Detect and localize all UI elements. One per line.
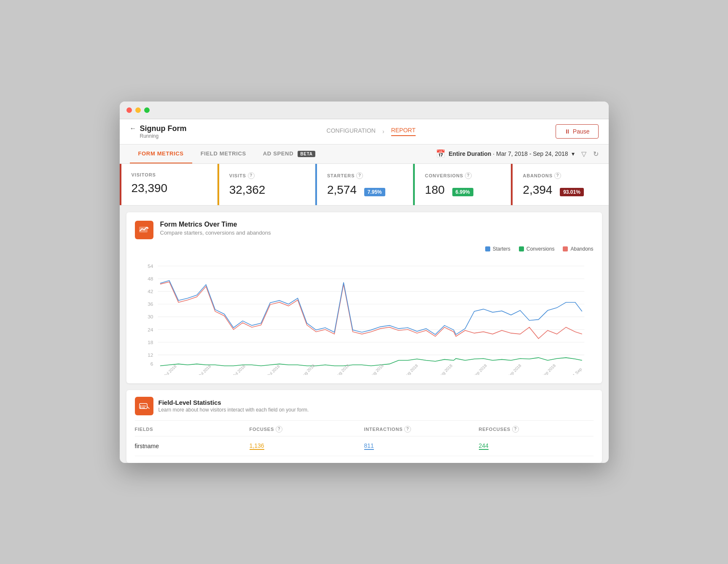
focuses-help-icon[interactable]: ? <box>276 426 282 433</box>
legend-abandons-dot <box>563 246 568 251</box>
col-refocuses: REFOCUSES ? <box>479 426 594 433</box>
header-nav: CONFIGURATION › REPORT <box>327 127 416 136</box>
starters-pct: 7.95% <box>364 188 385 196</box>
svg-point-34 <box>140 407 141 408</box>
svg-text:16 Aug 2018: 16 Aug 2018 <box>365 363 384 375</box>
abandons-value: 2,394 93.01% <box>523 183 598 197</box>
abandons-help-icon[interactable]: ? <box>554 172 561 179</box>
svg-text:12: 12 <box>148 352 153 358</box>
starters-help-icon[interactable]: ? <box>356 172 363 179</box>
tabs-right: 📅 Entire Duration · Mar 7, 2018 - Sep 24… <box>436 149 598 158</box>
legend-conversions-dot <box>519 246 524 251</box>
svg-text:21 Sep: 21 Sep <box>570 366 583 374</box>
status-badge: Running <box>140 133 187 139</box>
nav-configuration[interactable]: CONFIGURATION <box>327 127 376 136</box>
svg-text:15 Sep 2018: 15 Sep 2018 <box>537 363 556 375</box>
field-stats-header: Field-Level Statistics Learn more about … <box>135 397 594 415</box>
back-arrow-icon[interactable]: ← <box>130 125 137 132</box>
tab-ad-spend[interactable]: AD SPEND BETA <box>255 144 324 163</box>
title-bar <box>120 102 609 119</box>
chevron-down-icon: ▾ <box>572 150 575 157</box>
refresh-icon[interactable]: ↻ <box>593 150 599 158</box>
starters-value: 2,574 7.95% <box>327 183 403 197</box>
visits-help-icon[interactable]: ? <box>248 172 255 179</box>
field-name: firstname <box>135 443 250 449</box>
table-row: firstname 1,136 811 244 <box>135 436 594 456</box>
metric-abandons: ABANDONS ? 2,394 93.01% <box>511 164 608 205</box>
nav-report[interactable]: REPORT <box>391 127 416 136</box>
svg-text:09 Sep 2018: 09 Sep 2018 <box>502 363 522 375</box>
svg-text:54: 54 <box>148 263 153 269</box>
beta-badge: BETA <box>298 151 315 157</box>
filter-icon[interactable]: ▽ <box>581 150 586 158</box>
pause-button[interactable]: ⏸ Pause <box>556 124 599 139</box>
svg-point-33 <box>140 405 141 406</box>
tab-field-metrics[interactable]: FIELD METRICS <box>192 144 255 163</box>
interactions-help-icon[interactable]: ? <box>404 426 411 433</box>
app-title: Signup Form <box>140 124 187 133</box>
metric-visitors: VISITORS 23,390 <box>120 164 218 205</box>
abandons-label: ABANDONS ? <box>523 172 598 179</box>
header-left: ← Signup Form Running <box>130 124 187 139</box>
visitors-label: VISITORS <box>132 172 207 177</box>
field-stats-section: Field-Level Statistics Learn more about … <box>126 390 602 463</box>
svg-text:48: 48 <box>148 276 153 282</box>
svg-text:6: 6 <box>150 361 153 367</box>
svg-text:17 Jul 2018: 17 Jul 2018 <box>193 364 212 374</box>
svg-text:22 Aug 2018: 22 Aug 2018 <box>399 363 419 375</box>
field-refocuses: 244 <box>479 442 594 450</box>
conversions-value: 180 6.99% <box>425 183 500 197</box>
chart-icon <box>135 221 153 239</box>
starters-label: STARTERS ? <box>327 172 403 179</box>
abandons-pct: 93.01% <box>560 188 584 196</box>
chart-legend: Starters Conversions Abandons <box>135 246 594 252</box>
table-header: FIELDS FOCUSES ? INTERACTIONS ? REFOCUSE… <box>135 420 594 436</box>
legend-starters: Starters <box>485 246 510 252</box>
tab-form-metrics[interactable]: FORM METRICS <box>130 144 192 163</box>
maximize-button[interactable] <box>144 107 150 113</box>
close-button[interactable] <box>126 107 132 113</box>
app-window: ← Signup Form Running CONFIGURATION › RE… <box>120 102 609 463</box>
visitors-value: 23,390 <box>132 182 207 195</box>
refocuses-value: 244 <box>479 442 489 450</box>
legend-abandons: Abandons <box>563 246 593 252</box>
conversions-help-icon[interactable]: ? <box>465 172 472 179</box>
legend-starters-dot <box>485 246 490 251</box>
back-row: ← Signup Form <box>130 124 187 133</box>
minimize-button[interactable] <box>135 107 141 113</box>
svg-text:30: 30 <box>148 314 153 320</box>
date-range-text: Mar 7, 2018 - Sep 24, 2018 <box>496 150 568 157</box>
svg-text:36: 36 <box>148 301 153 307</box>
metric-starters: STARTERS ? 2,574 7.95% <box>315 164 413 205</box>
app-header: ← Signup Form Running CONFIGURATION › RE… <box>120 119 609 144</box>
conversions-label: CONVERSIONS ? <box>425 172 500 179</box>
chart-title: Form Metrics Over Time <box>160 221 271 228</box>
legend-conversions: Conversions <box>519 246 555 252</box>
field-interactions: 811 <box>364 442 479 450</box>
metric-visits: VISITS ? 32,362 <box>218 164 315 205</box>
svg-text:03 Sep 2018: 03 Sep 2018 <box>467 363 487 375</box>
chart-section: Form Metrics Over Time Compare starters,… <box>126 212 602 383</box>
chart-svg: 54 48 42 36 30 24 18 12 6 11 Jul 2018 17… <box>135 257 594 375</box>
field-stats-title: Field-Level Statistics <box>158 399 309 406</box>
conversions-pct: 6.99% <box>452 188 473 196</box>
calendar-icon: 📅 <box>436 149 445 158</box>
chart-area: 54 48 42 36 30 24 18 12 6 11 Jul 2018 17… <box>135 257 594 375</box>
date-picker[interactable]: 📅 Entire Duration · Mar 7, 2018 - Sep 24… <box>436 149 574 158</box>
svg-text:42: 42 <box>148 289 153 294</box>
field-stats-text: Field-Level Statistics Learn more about … <box>158 399 309 413</box>
interactions-value: 811 <box>364 442 374 450</box>
svg-marker-1 <box>147 227 149 228</box>
chart-title-group: Form Metrics Over Time Compare starters,… <box>160 221 271 236</box>
visits-value: 32,362 <box>229 183 305 197</box>
svg-text:24: 24 <box>148 326 153 332</box>
date-label: Entire Duration · Mar 7, 2018 - Sep 24, … <box>449 150 568 157</box>
legend-starters-label: Starters <box>493 246 510 252</box>
legend-abandons-label: Abandons <box>570 246 593 252</box>
chevron-icon: › <box>382 128 384 135</box>
svg-text:28 Aug 2018: 28 Aug 2018 <box>433 363 453 375</box>
visits-label: VISITS ? <box>229 172 305 179</box>
svg-text:18: 18 <box>148 339 153 345</box>
field-stats-icon <box>135 397 153 415</box>
refocuses-help-icon[interactable]: ? <box>512 426 519 433</box>
